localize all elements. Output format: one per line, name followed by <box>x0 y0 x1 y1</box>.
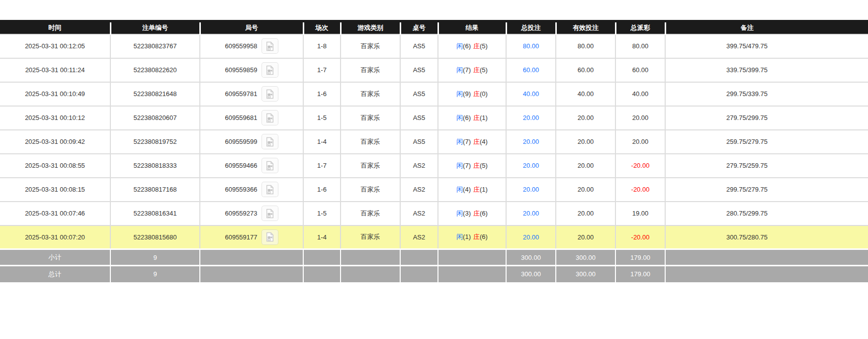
table-no-cell: AS5 <box>400 82 438 106</box>
result-player-label: 闲 <box>456 66 463 74</box>
session-cell: 1-4 <box>303 130 341 154</box>
table-no-cell: AS2 <box>400 154 438 178</box>
video-replay-button[interactable] <box>261 229 278 245</box>
valid-bet-cell: 20.00 <box>556 202 615 226</box>
game-type-cell: 百家乐 <box>341 58 400 82</box>
result-player-score: (7) <box>463 162 471 169</box>
valid-bet-cell: 20.00 <box>556 130 615 154</box>
result-player-score: (7) <box>463 66 471 74</box>
total-bet-cell: 20.00 <box>506 226 556 249</box>
column-header-total-bet: 总投注 <box>506 21 556 34</box>
footer-empty-cell <box>341 266 400 282</box>
total-payout-cell: 40.00 <box>615 82 665 106</box>
time-cell: 2025-03-31 00:12:05 <box>0 34 110 58</box>
total-bet-cell: 40.00 <box>506 82 556 106</box>
result-banker-score: (5) <box>480 66 488 74</box>
result-banker-label: 庄 <box>473 42 480 50</box>
table-row[interactable]: 2025-03-31 00:08:15 522380817168 6095593… <box>0 178 868 202</box>
total-payout-cell: -20.00 <box>615 226 665 249</box>
video-replay-button[interactable] <box>261 86 278 102</box>
video-replay-button[interactable] <box>261 110 278 125</box>
total-payout-cell: 60.00 <box>615 58 665 82</box>
column-header-game-type: 游戏类别 <box>341 21 400 34</box>
table-row[interactable]: 2025-03-31 00:10:49 522380821648 6095597… <box>0 82 868 106</box>
total-bet-cell: 20.00 <box>506 202 556 226</box>
result-player-score: (7) <box>463 138 471 145</box>
time-cell: 2025-03-31 00:11:24 <box>0 58 110 82</box>
table-row[interactable]: 2025-03-31 00:12:05 522380823767 6095599… <box>0 34 868 58</box>
video-replay-button[interactable] <box>261 134 278 149</box>
video-file-icon <box>265 65 274 75</box>
video-file-icon <box>265 185 274 195</box>
remark-cell: 259.75/279.75 <box>665 130 868 154</box>
table-no-cell: AS5 <box>400 58 438 82</box>
round-cell: 609559958 <box>200 34 303 58</box>
round-cell: 609559466 <box>200 154 303 178</box>
remark-cell: 279.75/299.75 <box>665 106 868 130</box>
footer-empty-cell <box>400 249 438 266</box>
subtotal-count: 9 <box>110 249 200 266</box>
bet-id-cell: 522380817168 <box>110 178 200 202</box>
table-row[interactable]: 2025-03-31 00:08:55 522380818333 6095594… <box>0 154 868 178</box>
video-replay-button[interactable] <box>261 206 278 221</box>
footer-empty-cell <box>665 249 868 266</box>
session-cell: 1-6 <box>303 178 341 202</box>
table-row[interactable]: 2025-03-31 00:07:20 522380815680 6095591… <box>0 226 868 249</box>
video-file-icon <box>265 161 274 171</box>
subtotal-total-bet: 300.00 <box>506 249 556 266</box>
valid-bet-cell: 80.00 <box>556 34 615 58</box>
valid-bet-cell: 20.00 <box>556 106 615 130</box>
video-file-icon <box>265 113 274 123</box>
remark-cell: 279.75/259.75 <box>665 154 868 178</box>
result-banker-score: (5) <box>480 42 488 50</box>
video-replay-button[interactable] <box>261 182 278 197</box>
footer-empty-cell <box>665 266 868 282</box>
time-cell: 2025-03-31 00:07:46 <box>0 202 110 226</box>
total-payout-cell: -20.00 <box>615 178 665 202</box>
session-cell: 1-5 <box>303 202 341 226</box>
subtotal-valid-bet: 300.00 <box>556 249 615 266</box>
round-cell: 609559781 <box>200 82 303 106</box>
video-replay-button[interactable] <box>261 158 278 173</box>
total-count: 9 <box>110 266 200 282</box>
video-replay-button[interactable] <box>261 38 278 54</box>
time-cell: 2025-03-31 00:10:49 <box>0 82 110 106</box>
table-row[interactable]: 2025-03-31 00:10:12 522380820607 6095596… <box>0 106 868 130</box>
remark-cell: 299.75/339.75 <box>665 82 868 106</box>
round-number: 609559466 <box>225 162 257 169</box>
total-bet-cell: 80.00 <box>506 34 556 58</box>
session-cell: 1-8 <box>303 34 341 58</box>
session-cell: 1-5 <box>303 106 341 130</box>
bet-records-table: 时间 注单编号 局号 场次 游戏类别 桌号 结果 总投注 有效投注 总派彩 备注… <box>0 20 868 282</box>
footer-empty-cell <box>400 266 438 282</box>
bet-id-cell: 522380816341 <box>110 202 200 226</box>
footer-empty-cell <box>303 249 341 266</box>
result-banker-label: 庄 <box>473 66 480 74</box>
result-player-label: 闲 <box>456 114 463 121</box>
time-cell: 2025-03-31 00:07:20 <box>0 226 110 249</box>
round-number: 609559177 <box>225 233 257 241</box>
time-cell: 2025-03-31 00:08:55 <box>0 154 110 178</box>
table-row[interactable]: 2025-03-31 00:09:42 522380819752 6095595… <box>0 130 868 154</box>
table-row[interactable]: 2025-03-31 00:11:24 522380822620 6095598… <box>0 58 868 82</box>
result-cell: 闲(3)庄(6) <box>438 202 506 226</box>
column-header-total-payout: 总派彩 <box>615 21 665 34</box>
total-payout-cell: -20.00 <box>615 154 665 178</box>
total-payout-cell: 19.00 <box>615 202 665 226</box>
result-banker-score: (6) <box>480 233 488 240</box>
result-cell: 闲(9)庄(0) <box>438 82 506 106</box>
total-bet-cell: 20.00 <box>506 130 556 154</box>
total-payout-cell: 80.00 <box>615 34 665 58</box>
session-cell: 1-4 <box>303 226 341 249</box>
round-cell: 609559366 <box>200 178 303 202</box>
footer-empty-cell <box>303 266 341 282</box>
result-player-score: (1) <box>463 233 471 240</box>
table-row[interactable]: 2025-03-31 00:07:46 522380816341 6095592… <box>0 202 868 226</box>
round-cell: 609559177 <box>200 226 303 249</box>
video-file-icon <box>265 89 274 99</box>
video-replay-button[interactable] <box>261 62 278 78</box>
round-cell: 609559273 <box>200 202 303 226</box>
column-header-valid-bet: 有效投注 <box>556 21 615 34</box>
result-banker-score: (1) <box>480 186 488 193</box>
footer-empty-cell <box>438 249 506 266</box>
